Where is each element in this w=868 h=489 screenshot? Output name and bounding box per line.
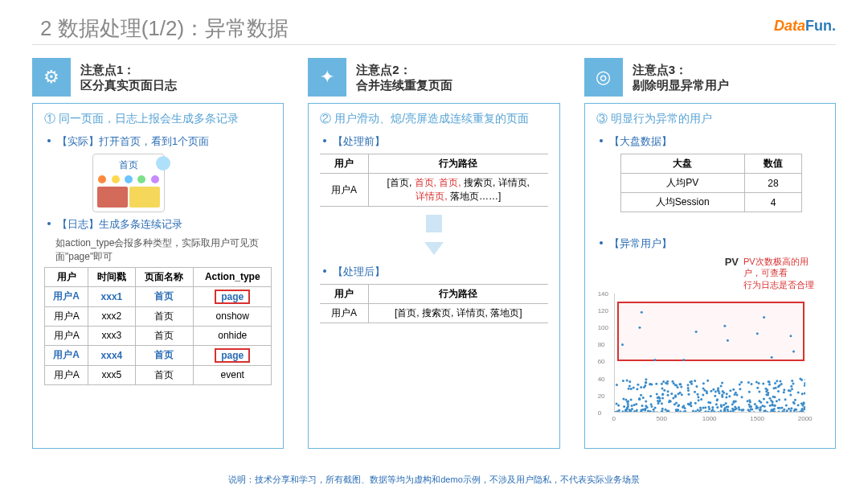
svg-point-305	[636, 388, 638, 390]
svg-point-310	[732, 409, 735, 411]
svg-point-352	[647, 409, 649, 412]
svg-point-388	[707, 405, 710, 408]
svg-point-204	[777, 390, 780, 392]
svg-point-375	[804, 382, 805, 384]
note-desc-1: 区分真实页面日志	[80, 78, 177, 92]
svg-point-256	[768, 397, 771, 400]
svg-point-52	[723, 404, 725, 406]
svg-point-34	[649, 403, 652, 405]
svg-point-394	[703, 389, 706, 392]
y-tick: 0	[598, 409, 601, 416]
svg-point-230	[763, 397, 765, 400]
svg-point-154	[632, 386, 634, 388]
svg-point-354	[758, 390, 760, 392]
svg-point-22	[672, 397, 674, 399]
svg-point-187	[767, 394, 769, 397]
svg-point-397	[635, 403, 637, 405]
card-3-title: ③ 明显行为异常的用户	[596, 112, 824, 126]
svg-point-410	[770, 356, 772, 359]
th-user2: 用户	[320, 154, 368, 174]
scatter-points	[615, 294, 805, 412]
svg-point-150	[771, 409, 773, 411]
svg-point-231	[661, 383, 663, 385]
table-row: 用户Axxx2首页onshow	[45, 306, 272, 326]
svg-point-222	[779, 380, 781, 382]
table-row: 用户Axxx5首页event	[45, 365, 272, 384]
table-row: 用户Axxx1首页page	[45, 286, 272, 306]
chart-area	[614, 294, 805, 413]
log-table: 用户 时间戳 页面名称 Action_type 用户Axxx1首页page用户A…	[44, 267, 272, 385]
svg-point-64	[735, 393, 738, 396]
svg-point-321	[702, 382, 705, 384]
svg-point-110	[626, 403, 628, 405]
svg-point-306	[668, 401, 670, 403]
svg-point-370	[805, 379, 805, 381]
svg-point-362	[725, 396, 727, 398]
svg-point-234	[766, 411, 768, 412]
hand-icon	[156, 156, 170, 171]
svg-point-263	[708, 408, 710, 410]
note-desc-3: 剔除明显异常用户	[633, 78, 729, 92]
th-path2: 行为路径	[368, 285, 547, 304]
svg-point-130	[790, 385, 792, 388]
y-tick: 140	[598, 290, 608, 297]
svg-point-286	[649, 383, 651, 385]
y-tick: 100	[598, 324, 608, 331]
svg-point-108	[731, 403, 733, 405]
svg-point-247	[655, 383, 657, 385]
svg-point-213	[690, 383, 693, 385]
svg-point-291	[738, 409, 740, 411]
svg-point-340	[676, 386, 678, 388]
svg-point-357	[770, 399, 772, 401]
svg-point-216	[679, 410, 682, 412]
svg-point-328	[719, 404, 722, 406]
svg-point-141	[746, 400, 748, 402]
card3-b1: 【大盘数据】	[596, 134, 824, 149]
th-page: 页面名称	[135, 267, 194, 286]
svg-point-98	[686, 384, 689, 386]
note-label-1: 注意点1：	[80, 63, 135, 76]
svg-point-0	[783, 388, 785, 391]
svg-point-296	[630, 405, 633, 407]
svg-point-331	[776, 400, 778, 402]
svg-point-261	[682, 406, 684, 409]
svg-point-68	[617, 404, 620, 406]
svg-point-329	[657, 396, 660, 398]
svg-point-337	[690, 405, 692, 407]
svg-point-406	[727, 339, 729, 342]
svg-point-161	[740, 396, 743, 398]
table-row: 用户Axxx3首页onhide	[45, 326, 272, 345]
svg-point-249	[758, 400, 760, 402]
svg-point-97	[625, 379, 628, 381]
svg-point-122	[729, 410, 731, 412]
svg-point-243	[690, 380, 692, 383]
svg-point-79	[712, 388, 714, 391]
note-text-1: 注意点1： 区分真实页面日志	[80, 62, 177, 93]
svg-point-262	[623, 405, 625, 408]
svg-point-228	[702, 393, 704, 396]
svg-point-205	[680, 385, 682, 388]
svg-point-69	[738, 383, 740, 385]
svg-point-172	[726, 409, 728, 411]
metric-table: 大盘数值 人均PV28 人均Session4	[620, 154, 803, 212]
x-tick: 2000	[798, 415, 813, 422]
arrow-down-icon	[424, 242, 444, 255]
note-head-3: ◎ 注意点3： 剔除明显异常用户	[584, 58, 836, 97]
svg-point-238	[717, 411, 719, 412]
svg-point-162	[800, 408, 803, 410]
svg-point-58	[711, 406, 714, 409]
svg-point-302	[721, 381, 723, 384]
svg-point-1	[796, 391, 799, 393]
svg-point-254	[628, 384, 630, 387]
th-value: 数值	[744, 154, 802, 174]
svg-point-156	[715, 403, 718, 405]
svg-point-408	[755, 332, 758, 335]
svg-point-411	[789, 335, 792, 337]
svg-point-94	[687, 389, 690, 392]
svg-point-124	[759, 411, 761, 412]
svg-point-391	[749, 401, 751, 403]
puzzle-icon: ✦	[308, 58, 346, 97]
svg-point-390	[719, 409, 722, 412]
svg-point-51	[768, 383, 771, 385]
x-tick: 500	[656, 415, 666, 422]
